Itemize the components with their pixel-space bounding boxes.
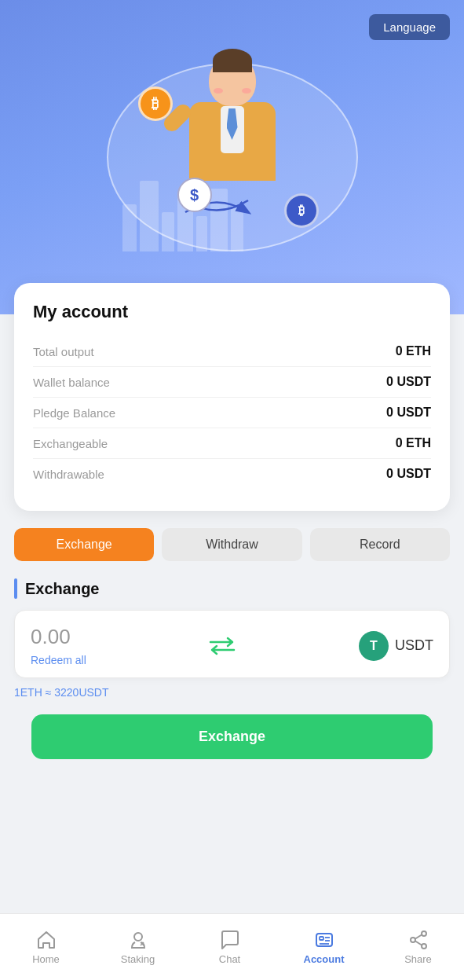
svg-rect-2: [320, 937, 323, 940]
exchange-section-title: Exchange: [25, 580, 99, 598]
account-card: My account Total output 0 ETH Wallet bal…: [14, 283, 450, 511]
tab-record[interactable]: Record: [310, 528, 450, 561]
section-title-bar: Exchange: [14, 578, 450, 599]
nav-label-home: Home: [32, 953, 60, 965]
amount-display: 0.00: [31, 625, 86, 649]
exchange-rate-info: 1ETH ≈ 3220USDT: [14, 686, 450, 699]
svg-point-8: [422, 944, 426, 949]
nav-label-account: Account: [304, 953, 345, 965]
chat-icon: [220, 930, 240, 950]
nav-label-share: Share: [404, 953, 432, 965]
svg-point-0: [134, 933, 142, 941]
bottom-navigation: Home Staking Chat: [0, 913, 464, 980]
dollar-coin: $: [177, 178, 212, 212]
svg-point-6: [422, 931, 426, 936]
swap-arrows-icon: [207, 631, 237, 661]
language-button[interactable]: Language: [369, 14, 450, 40]
exchangeable-label: Exchangeable: [33, 437, 108, 450]
nav-item-staking[interactable]: Staking: [111, 923, 166, 971]
svg-line-9: [415, 934, 422, 938]
usdt-icon: T: [359, 631, 389, 661]
wallet-balance-value: 0 USDT: [386, 375, 431, 389]
account-icon: [314, 930, 334, 950]
account-row-total-output: Total output 0 ETH: [33, 336, 431, 367]
character-illustration: [189, 55, 276, 181]
withdrawable-value: 0 USDT: [386, 467, 431, 481]
account-row-pledge-balance: Pledge Balance 0 USDT: [33, 398, 431, 428]
wallet-balance-label: Wallet balance: [33, 376, 110, 389]
home-icon: [36, 930, 57, 950]
nav-item-account[interactable]: Account: [294, 923, 354, 971]
btc-coin-top: ₿: [138, 86, 173, 121]
svg-point-7: [411, 938, 415, 942]
account-row-wallet-balance: Wallet balance 0 USDT: [33, 367, 431, 398]
btc-coin-bottom: ₿: [284, 193, 319, 228]
account-card-title: My account: [33, 302, 431, 322]
nav-item-home[interactable]: Home: [19, 923, 74, 971]
nav-item-chat[interactable]: Chat: [203, 923, 258, 971]
total-output-label: Total output: [33, 345, 94, 358]
account-row-withdrawable: Withdrawable 0 USDT: [33, 459, 431, 489]
total-output-value: 0 ETH: [396, 344, 431, 358]
tab-withdraw[interactable]: Withdraw: [162, 528, 301, 561]
account-row-exchangeable: Exchangeable 0 ETH: [33, 428, 431, 459]
amount-input-left: 0.00 Redeem all: [31, 625, 86, 666]
pledge-balance-value: 0 USDT: [386, 406, 431, 420]
pledge-balance-label: Pledge Balance: [33, 406, 115, 420]
nav-label-staking: Staking: [121, 953, 155, 965]
exchange-input-box: 0.00 Redeem all T USDT: [14, 610, 450, 678]
share-icon: [408, 930, 429, 950]
staking-icon: [128, 930, 148, 950]
hero-section: Language ₿ $ ₿: [0, 0, 464, 314]
exchange-action-button[interactable]: Exchange: [31, 714, 433, 759]
redeem-all-button[interactable]: Redeem all: [31, 654, 86, 666]
currency-name: USDT: [395, 637, 433, 654]
exchangeable-value: 0 ETH: [396, 436, 431, 450]
nav-label-chat: Chat: [219, 953, 240, 965]
nav-item-share[interactable]: Share: [391, 923, 446, 971]
section-accent-bar: [14, 578, 17, 599]
svg-line-10: [415, 941, 422, 945]
withdrawable-label: Withdrawable: [33, 468, 104, 481]
currency-right: T USDT: [359, 631, 433, 661]
tabs-container: Exchange Withdraw Record: [14, 528, 450, 561]
hero-illustration: ₿ $ ₿: [99, 39, 366, 275]
tab-exchange[interactable]: Exchange: [14, 528, 154, 561]
